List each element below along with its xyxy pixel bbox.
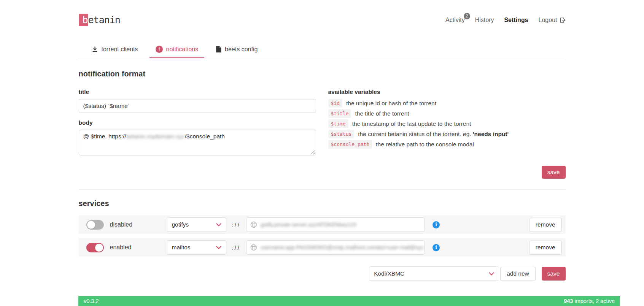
toggle-knob — [95, 244, 103, 252]
protocol-separator: :// — [232, 244, 241, 251]
title-label: title — [79, 89, 316, 95]
available-variables-heading: available variables — [328, 89, 566, 95]
variable-chip: $id — [328, 99, 342, 108]
variable-description: the timestamp of the last update to the … — [352, 120, 471, 127]
variable-chip: $status — [328, 130, 355, 138]
variable-description: the relative path to the console modal — [376, 141, 474, 148]
format-save-row: save — [79, 166, 566, 179]
remove-service-button[interactable]: remove — [529, 241, 562, 255]
body-redacted-text: betanin.mydomain.xyz — [126, 133, 185, 140]
service-type-value: mailtos — [172, 244, 191, 251]
chevron-down-icon — [216, 223, 221, 227]
tab-torrent-clients[interactable]: torrent clients — [86, 41, 144, 58]
service-url-redacted: gotify.private-server.xyz/ATOKENkey123 — [261, 222, 356, 228]
tab-label: beets config — [225, 46, 258, 53]
activity-count-badge: 2 — [464, 13, 470, 19]
section-divider — [79, 189, 566, 190]
service-url-redacted: username:app-PASSWORD@smtp.mailhost.com&… — [261, 244, 425, 251]
textarea-resize-handle[interactable] — [310, 150, 315, 154]
globe-icon — [250, 221, 257, 228]
variable-chip: $title — [328, 109, 351, 118]
save-format-button[interactable]: save — [542, 166, 566, 179]
protocol-separator: :// — [232, 222, 241, 228]
info-icon[interactable]: i — [433, 244, 440, 251]
service-url-input[interactable]: gotify.private-server.xyz/ATOKENkey123 — [246, 217, 425, 232]
nav-logout[interactable]: Logout — [539, 17, 566, 24]
betanin-logo[interactable]: betanin — [79, 14, 120, 25]
new-service-value: Kodi/XBMC — [374, 270, 404, 277]
service-enabled-toggle[interactable] — [86, 220, 104, 230]
tab-beets-config[interactable]: beets config — [210, 41, 264, 58]
body-text-prefix: @ $time. https:// — [83, 133, 126, 140]
tab-label: notifications — [166, 46, 199, 53]
body-label: body — [79, 119, 316, 126]
settings-tabs: torrent clients notifications beets conf… — [79, 41, 566, 58]
notification-format-section: title body @ $time. https://betanin.mydo… — [79, 89, 566, 155]
variable-row: $console_path the relative path to the c… — [328, 140, 566, 149]
remove-service-button[interactable]: remove — [529, 218, 562, 232]
nav-activity[interactable]: Activity 2 — [445, 17, 465, 24]
nav-logout-label: Logout — [539, 17, 557, 24]
variable-row: $id the unique id or hash of the torrent — [328, 99, 566, 108]
service-type-select[interactable]: mailtos — [167, 240, 226, 255]
tab-notifications[interactable]: notifications — [149, 41, 205, 58]
info-icon[interactable]: i — [433, 221, 440, 228]
body-textarea[interactable]: @ $time. https://betanin.mydomain.xyz/$c… — [79, 130, 316, 155]
format-fields-column: title body @ $time. https://betanin.mydo… — [79, 89, 316, 155]
primary-nav: Activity 2 History Settings Logout — [445, 17, 566, 24]
add-service-controls: Kodi/XBMC add new save — [79, 266, 566, 281]
logo-text: etanin — [88, 14, 120, 25]
chevron-down-icon — [489, 272, 494, 276]
logout-icon — [560, 17, 566, 23]
services-heading: services — [79, 199, 566, 208]
service-row: enabled mailtos :// username:app-PASSWOR… — [79, 238, 566, 257]
body-text-suffix: /$console_path — [185, 133, 225, 140]
variable-row: $status the current betanin status of th… — [328, 130, 566, 138]
top-bar: betanin Activity 2 History Settings Logo… — [79, 0, 566, 25]
service-state-label: disabled — [110, 221, 167, 228]
globe-icon — [250, 244, 257, 251]
new-service-select[interactable]: Kodi/XBMC — [369, 266, 499, 281]
nav-settings[interactable]: Settings — [504, 17, 528, 24]
variable-description: the title of the torrent — [355, 110, 409, 117]
title-input[interactable] — [79, 99, 316, 113]
version-label: v0.3.2 — [84, 298, 99, 304]
service-type-select[interactable]: gotifys — [167, 217, 226, 232]
imports-status: 943 imports, 2 active — [564, 298, 615, 304]
file-icon — [216, 46, 221, 52]
status-footer: v0.3.2 943 imports, 2 active — [78, 296, 620, 306]
variable-row: $time the timestamp of the last update t… — [328, 119, 566, 128]
main-container: betanin Activity 2 History Settings Logo… — [79, 0, 566, 281]
service-state-label: enabled — [110, 244, 167, 251]
variable-chip: $console_path — [328, 140, 372, 149]
nav-activity-label: Activity — [445, 17, 465, 23]
toggle-knob — [87, 221, 95, 229]
service-url-input[interactable]: username:app-PASSWORD@smtp.mailhost.com&… — [246, 240, 425, 255]
variable-description: the unique id or hash of the torrent — [346, 100, 436, 107]
notification-format-heading: notification format — [79, 70, 566, 78]
variable-row: $title the title of the torrent — [328, 109, 566, 118]
logo-b-block: b — [79, 14, 88, 26]
tab-label: torrent clients — [102, 46, 138, 53]
variable-chip: $time — [328, 119, 348, 128]
chevron-down-icon — [216, 246, 221, 249]
body-field: body @ $time. https://betanin.mydomain.x… — [79, 119, 316, 155]
available-variables-panel: available variables $id the unique id or… — [328, 89, 566, 155]
save-services-button[interactable]: save — [542, 267, 566, 281]
service-type-value: gotifys — [172, 221, 189, 228]
variable-description: the current betanin status of the torren… — [358, 130, 509, 138]
add-new-service-button[interactable]: add new — [500, 267, 536, 281]
nav-history[interactable]: History — [475, 17, 494, 24]
service-enabled-toggle[interactable] — [86, 243, 104, 252]
download-icon — [92, 46, 98, 52]
exclamation-circle-icon — [156, 46, 163, 53]
service-row: disabled gotifys :// gotify.private-serv… — [79, 216, 566, 234]
